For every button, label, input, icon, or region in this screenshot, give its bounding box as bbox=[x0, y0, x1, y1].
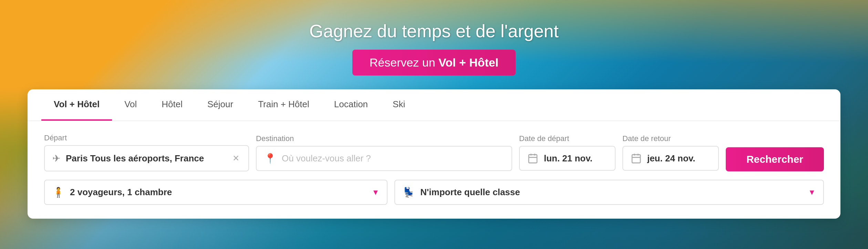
voyageurs-arrow-icon: ▼ bbox=[372, 188, 380, 197]
svg-rect-0 bbox=[529, 155, 537, 163]
svg-rect-4 bbox=[632, 155, 640, 163]
form-row-2: 🧍 2 voyageurs, 1 chambre ▼ 💺 N'importe q… bbox=[44, 180, 824, 205]
clear-depart-button[interactable]: ✕ bbox=[231, 152, 241, 165]
person-icon: 🧍 bbox=[52, 187, 64, 198]
date-retour-field: Date de retour jeu. 24 nov. bbox=[622, 134, 719, 171]
classe-field-group: 💺 N'importe quelle classe ▼ bbox=[394, 180, 824, 205]
form-row-1: Départ ✈ Paris Tous les aéroports, Franc… bbox=[44, 133, 824, 171]
date-depart-field: Date de départ lun. 21 nov. bbox=[519, 134, 616, 171]
depart-label: Départ bbox=[44, 133, 249, 142]
date-depart-label: Date de départ bbox=[519, 134, 616, 143]
date-depart-value: lun. 21 nov. bbox=[544, 153, 592, 164]
destination-placeholder: Où voulez-vous aller ? bbox=[282, 153, 504, 164]
tab-train-hotel[interactable]: Train + Hôtel bbox=[246, 89, 322, 121]
cta-bold-text: Vol + Hôtel bbox=[438, 56, 498, 69]
destination-label: Destination bbox=[256, 134, 512, 143]
classe-value: N'importe quelle classe bbox=[420, 187, 803, 198]
destination-field-group: Destination 📍 Où voulez-vous aller ? bbox=[256, 134, 512, 171]
depart-value: Paris Tous les aéroports, France bbox=[66, 153, 226, 164]
calendar-icon-retour bbox=[631, 153, 642, 164]
plane-icon: ✈ bbox=[52, 153, 60, 164]
form-area: Départ ✈ Paris Tous les aéroports, Franc… bbox=[28, 121, 840, 219]
date-retour-input[interactable]: jeu. 24 nov. bbox=[622, 146, 719, 171]
tab-sejour[interactable]: Séjour bbox=[195, 89, 246, 121]
date-retour-label: Date de retour bbox=[622, 134, 719, 143]
seat-icon: 💺 bbox=[403, 187, 415, 198]
hero-section: Gagnez du temps et de l'argent Réservez … bbox=[0, 0, 868, 249]
classe-arrow-icon: ▼ bbox=[808, 188, 816, 197]
destination-input[interactable]: 📍 Où voulez-vous aller ? bbox=[256, 146, 512, 171]
tab-location[interactable]: Location bbox=[322, 89, 380, 121]
tabs-container: Vol + Hôtel Vol Hôtel Séjour Train + Hôt… bbox=[28, 89, 840, 121]
cta-normal-text: Réservez un bbox=[370, 56, 438, 69]
tab-vol-hotel[interactable]: Vol + Hôtel bbox=[41, 89, 112, 121]
hero-title: Gagnez du temps et de l'argent bbox=[309, 21, 559, 41]
cta-button[interactable]: Réservez un Vol + Hôtel bbox=[352, 50, 516, 76]
classe-dropdown[interactable]: 💺 N'importe quelle classe ▼ bbox=[394, 180, 824, 205]
date-depart-input[interactable]: lun. 21 nov. bbox=[519, 146, 616, 171]
tab-hotel[interactable]: Hôtel bbox=[149, 89, 195, 121]
search-button[interactable]: Rechercher bbox=[726, 147, 824, 171]
voyageurs-dropdown[interactable]: 🧍 2 voyageurs, 1 chambre ▼ bbox=[44, 180, 388, 205]
depart-input[interactable]: ✈ Paris Tous les aéroports, France ✕ bbox=[44, 145, 249, 171]
search-widget: Vol + Hôtel Vol Hôtel Séjour Train + Hôt… bbox=[28, 89, 840, 219]
date-retour-value: jeu. 24 nov. bbox=[647, 153, 695, 164]
pin-icon: 📍 bbox=[264, 153, 276, 164]
tab-vol[interactable]: Vol bbox=[112, 89, 149, 121]
voyageurs-field-group: 🧍 2 voyageurs, 1 chambre ▼ bbox=[44, 180, 388, 205]
tab-ski[interactable]: Ski bbox=[380, 89, 417, 121]
depart-field-group: Départ ✈ Paris Tous les aéroports, Franc… bbox=[44, 133, 249, 171]
voyageurs-value: 2 voyageurs, 1 chambre bbox=[70, 187, 366, 198]
calendar-icon-depart bbox=[527, 153, 538, 164]
